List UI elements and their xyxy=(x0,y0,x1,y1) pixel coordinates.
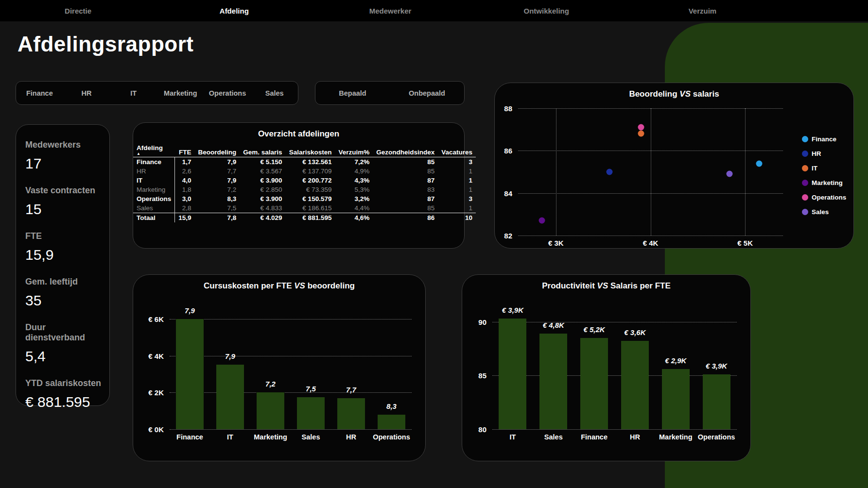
kpi-duur-dienstverband: Duur dienstverband5,4 xyxy=(25,322,105,365)
filter-bepaald[interactable]: Bepaald xyxy=(315,89,390,97)
legend-item-marketing[interactable]: Marketing xyxy=(802,179,846,186)
bar-gridline xyxy=(492,375,737,376)
scatter-point-it[interactable] xyxy=(638,131,644,137)
nav-item-directie[interactable]: Directie xyxy=(0,0,156,21)
table-row-sales[interactable]: Sales2,87,5€ 4.833€ 186.6154,4%851 xyxy=(133,203,476,213)
column-header-vacatures[interactable]: Vacatures xyxy=(438,143,476,157)
bar-y-tick-label: 80 xyxy=(478,425,486,434)
column-header-fte[interactable]: FTE xyxy=(175,143,195,157)
bar-gridline xyxy=(170,429,412,430)
column-header-verzuim-[interactable]: Verzuim% xyxy=(335,143,373,157)
filter-operations[interactable]: Operations xyxy=(204,89,251,97)
table-cell: 85 xyxy=(373,157,438,167)
kpi-panel: Medewerkers17Vaste contracten15FTE15,9Ge… xyxy=(16,124,110,406)
legend-dot-icon xyxy=(802,180,808,186)
kpi-value: 17 xyxy=(25,155,105,172)
table-row-finance[interactable]: Finance1,77,9€ 5.150€ 132.5617,2%853 xyxy=(133,157,476,167)
productivity-title-right: Salaris per FTE xyxy=(610,281,671,290)
table-row-operations[interactable]: Operations3,08,3€ 3.900€ 150.5793,2%873 xyxy=(133,194,476,203)
bar-operations[interactable] xyxy=(703,374,730,429)
table-cell: 2,8 xyxy=(175,203,195,213)
column-header-beoordeling[interactable]: Beoordeling xyxy=(195,143,240,157)
kpi-gem-leeftijd: Gem. leeftijd35 xyxy=(25,277,105,309)
bar-sales[interactable] xyxy=(539,334,567,429)
scatter-point-hr[interactable] xyxy=(607,169,613,175)
nav-item-afdeling[interactable]: Afdeling xyxy=(156,0,312,21)
filter-onbepaald[interactable]: Onbepaald xyxy=(390,89,464,97)
table-cell: 1 xyxy=(438,167,476,176)
legend-dot-icon xyxy=(802,151,808,157)
bar-operations[interactable] xyxy=(378,415,405,429)
scatter-point-finance[interactable] xyxy=(756,160,763,167)
scatter-y-tick-label: 84 xyxy=(504,189,512,197)
bar-it[interactable] xyxy=(216,365,243,429)
legend-item-sales[interactable]: Sales xyxy=(802,208,846,216)
table-cell: 3,2% xyxy=(335,194,373,203)
filter-hr[interactable]: HR xyxy=(63,89,110,97)
filter-marketing[interactable]: Marketing xyxy=(157,89,204,97)
legend-label: IT xyxy=(812,165,817,172)
scatter-point-operations[interactable] xyxy=(638,124,644,131)
bar-marketing[interactable] xyxy=(257,392,284,429)
category-label-marketing: Marketing xyxy=(659,433,693,441)
category-label-sales: Sales xyxy=(302,433,320,441)
productivity-title-left: Productiviteit xyxy=(542,281,595,290)
scatter-point-marketing[interactable] xyxy=(538,218,545,224)
table-cell: € 4.029 xyxy=(240,213,285,223)
legend-item-it[interactable]: IT xyxy=(802,165,846,172)
nav-item-ontwikkeling[interactable]: Ontwikkeling xyxy=(469,0,625,21)
column-header-salariskosten[interactable]: Salariskosten xyxy=(286,143,335,157)
bar-sales[interactable] xyxy=(297,397,324,429)
scatter-point-sales[interactable] xyxy=(726,171,732,177)
course-cost-title-vs: VS xyxy=(294,281,305,290)
bar-gridline xyxy=(492,322,737,322)
scatter-title: Beoordeling VS salaris xyxy=(495,83,853,99)
bar-value-label: € 2,9K xyxy=(665,356,686,365)
table-cell: € 2.850 xyxy=(240,185,285,194)
legend-item-hr[interactable]: HR xyxy=(802,150,846,157)
table-cell: 10 xyxy=(438,213,476,223)
bar-finance[interactable] xyxy=(176,319,203,429)
scatter-title-vs: VS xyxy=(679,89,691,99)
legend-item-finance[interactable]: Finance xyxy=(802,135,846,143)
filter-sales[interactable]: Sales xyxy=(251,89,298,97)
kpi-label: FTE xyxy=(25,231,105,241)
filter-finance[interactable]: Finance xyxy=(16,89,63,97)
scatter-title-right: salaris xyxy=(693,89,719,99)
table-cell: € 200.772 xyxy=(286,176,335,185)
scatter-y-tick-label: 86 xyxy=(504,147,512,155)
table-row-it[interactable]: IT4,07,9€ 3.900€ 200.7724,3%871 xyxy=(133,176,476,185)
table-cell: € 3.900 xyxy=(240,194,285,203)
legend-label: Operations xyxy=(812,194,846,201)
kpi-ytd-salariskosten: YTD salariskosten€ 881.595 xyxy=(25,378,105,410)
table-cell: 4,6% xyxy=(335,213,373,223)
productivity-plot: 808590€ 3,9KIT€ 4,8KSales€ 5,2KFinance€ … xyxy=(492,309,737,429)
column-header-gezondheidsindex[interactable]: Gezondheidsindex xyxy=(373,143,438,157)
kpi-fte: FTE15,9 xyxy=(25,231,105,263)
column-header-gem-salaris[interactable]: Gem. salaris xyxy=(240,143,285,157)
nav-item-medewerker[interactable]: Medewerker xyxy=(312,0,468,21)
scatter-plot: 82848688€ 3K€ 4K€ 5K xyxy=(518,108,783,236)
page-title: Afdelingsrapport xyxy=(17,32,193,56)
table-row-marketing[interactable]: Marketing1,87,2€ 2.850€ 73.3595,3%831 xyxy=(133,185,476,194)
column-header-afdeling[interactable]: Afdeling▲ xyxy=(133,143,175,157)
course-cost-title-right: beoordeling xyxy=(308,281,355,290)
table-row-totaal[interactable]: Totaal15,97,8€ 4.029€ 881.5954,6%8610 xyxy=(133,213,476,223)
table-cell: 1 xyxy=(438,176,476,185)
rating-vs-salary-card: Beoordeling VS salaris 82848688€ 3K€ 4K€… xyxy=(494,83,854,249)
bar-it[interactable] xyxy=(499,319,526,429)
nav-item-verzuim[interactable]: Verzuim xyxy=(625,0,781,21)
table-cell: 3,0 xyxy=(175,194,195,203)
table-cell: € 132.561 xyxy=(286,157,335,167)
table-cell: € 3.900 xyxy=(240,176,285,185)
filter-it[interactable]: IT xyxy=(110,89,157,97)
legend-label: Marketing xyxy=(812,179,843,186)
legend-item-operations[interactable]: Operations xyxy=(802,194,846,201)
bar-finance[interactable] xyxy=(580,338,608,429)
bar-hr[interactable] xyxy=(337,398,365,429)
bar-marketing[interactable] xyxy=(662,369,690,429)
table-cell: Totaal xyxy=(133,213,175,223)
table-row-hr[interactable]: HR2,67,7€ 3.567€ 137.7094,9%851 xyxy=(133,167,476,176)
bar-hr[interactable] xyxy=(621,341,649,429)
table-cell: Sales xyxy=(133,203,175,213)
